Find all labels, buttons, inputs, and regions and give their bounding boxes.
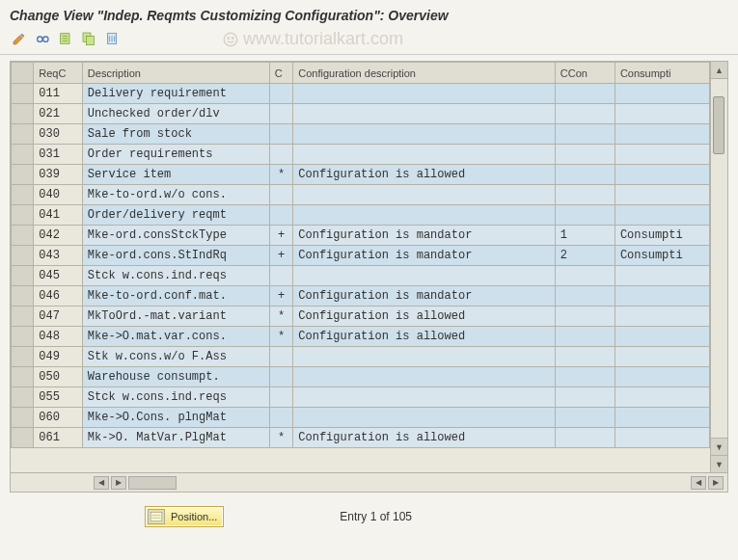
- cell-description[interactable]: MkToOrd.-mat.variant: [82, 307, 269, 327]
- cell-ccon[interactable]: [555, 428, 615, 448]
- hscroll-left2-button[interactable]: ◀: [691, 476, 706, 490]
- cell-config-desc[interactable]: [293, 84, 556, 104]
- row-selector[interactable]: [12, 327, 34, 347]
- cell-reqc[interactable]: 011: [34, 84, 83, 104]
- cell-reqc[interactable]: 030: [34, 124, 83, 145]
- cell-consumption[interactable]: [615, 387, 709, 408]
- row-selector[interactable]: [12, 286, 34, 307]
- cell-reqc[interactable]: 049: [34, 347, 83, 367]
- table-row[interactable]: 041Order/delivery reqmt: [12, 205, 710, 226]
- cell-ccon[interactable]: [555, 104, 615, 124]
- cell-reqc[interactable]: 046: [34, 286, 83, 307]
- cell-c-indicator[interactable]: [269, 408, 293, 428]
- table-row[interactable]: 039Service item*Configuration is allowed: [12, 165, 710, 185]
- cell-ccon[interactable]: [555, 266, 615, 286]
- scroll-page-down-button[interactable]: ▼: [711, 455, 727, 472]
- cell-ccon[interactable]: [555, 145, 615, 165]
- cell-description[interactable]: Service item: [82, 165, 269, 185]
- vertical-scrollbar[interactable]: ▲ ▼ ▼: [710, 62, 727, 472]
- cell-description[interactable]: Sale from stock: [82, 124, 269, 145]
- cell-ccon[interactable]: [555, 347, 615, 367]
- cell-ccon[interactable]: [555, 387, 615, 408]
- row-selector[interactable]: [12, 104, 34, 124]
- toggle-edit-button[interactable]: [10, 29, 29, 48]
- cell-reqc[interactable]: 045: [34, 266, 83, 286]
- table-row[interactable]: 050Warehouse consumpt.: [12, 367, 710, 387]
- cell-consumption[interactable]: [615, 428, 709, 448]
- cell-reqc[interactable]: 039: [34, 165, 83, 185]
- cell-c-indicator[interactable]: [269, 145, 293, 165]
- cell-reqc[interactable]: 055: [34, 387, 83, 408]
- table-row[interactable]: 049Stk w.cons.w/o F.Ass: [12, 347, 710, 367]
- position-button[interactable]: Position...: [145, 506, 224, 527]
- col-reqc[interactable]: ReqC: [34, 63, 83, 84]
- cell-c-indicator[interactable]: +: [269, 226, 293, 246]
- cell-config-desc[interactable]: [293, 185, 556, 205]
- cell-ccon[interactable]: 1: [555, 226, 615, 246]
- select-all-header[interactable]: [12, 63, 34, 84]
- other-view-button[interactable]: [33, 29, 52, 48]
- cell-c-indicator[interactable]: +: [269, 286, 293, 307]
- cell-description[interactable]: Order requirements: [82, 145, 269, 165]
- cell-consumption[interactable]: [615, 327, 709, 347]
- cell-config-desc[interactable]: [293, 367, 556, 387]
- row-selector[interactable]: [12, 226, 34, 246]
- cell-reqc[interactable]: 047: [34, 307, 83, 327]
- row-selector[interactable]: [12, 266, 34, 286]
- cell-ccon[interactable]: [555, 408, 615, 428]
- cell-c-indicator[interactable]: *: [269, 327, 293, 347]
- cell-description[interactable]: Order/delivery reqmt: [82, 205, 269, 226]
- table-row[interactable]: 011Delivery requirement: [12, 84, 710, 104]
- cell-config-desc[interactable]: [293, 266, 556, 286]
- cell-reqc[interactable]: 060: [34, 408, 83, 428]
- cell-c-indicator[interactable]: *: [269, 165, 293, 185]
- cell-ccon[interactable]: [555, 84, 615, 104]
- cell-description[interactable]: Stk w.cons.w/o F.Ass: [82, 347, 269, 367]
- table-row[interactable]: 031Order requirements: [12, 145, 710, 165]
- cell-config-desc[interactable]: [293, 104, 556, 124]
- table-row[interactable]: 060Mke->O.Cons. plngMat: [12, 408, 710, 428]
- cell-description[interactable]: Mke-to-ord.w/o cons.: [82, 185, 269, 205]
- cell-description[interactable]: Unchecked order/dlv: [82, 104, 269, 124]
- horizontal-scrollbar[interactable]: ◀ ▶ ◀ ▶: [11, 472, 727, 492]
- row-selector[interactable]: [12, 367, 34, 387]
- cell-consumption[interactable]: [615, 266, 709, 286]
- scroll-up-button[interactable]: ▲: [711, 62, 727, 79]
- cell-ccon[interactable]: [555, 327, 615, 347]
- cell-config-desc[interactable]: Configuration is allowed: [293, 428, 556, 448]
- table-row[interactable]: 045Stck w.cons.ind.reqs: [12, 266, 710, 286]
- hscroll-left-button[interactable]: ◀: [94, 476, 109, 490]
- row-selector[interactable]: [12, 347, 34, 367]
- cell-description[interactable]: Mk->O. MatVar.PlgMat: [82, 428, 269, 448]
- table-row[interactable]: 040Mke-to-ord.w/o cons.: [12, 185, 710, 205]
- copy-as-button[interactable]: [79, 29, 98, 48]
- cell-config-desc[interactable]: [293, 145, 556, 165]
- cell-config-desc[interactable]: [293, 205, 556, 226]
- cell-consumption[interactable]: [615, 408, 709, 428]
- cell-config-desc[interactable]: [293, 408, 556, 428]
- cell-config-desc[interactable]: Configuration is mandator: [293, 246, 556, 266]
- col-ccon[interactable]: CCon: [555, 63, 615, 84]
- cell-consumption[interactable]: [615, 347, 709, 367]
- cell-ccon[interactable]: [555, 367, 615, 387]
- row-selector[interactable]: [12, 124, 34, 145]
- cell-consumption[interactable]: [615, 367, 709, 387]
- cell-ccon[interactable]: [555, 185, 615, 205]
- row-selector[interactable]: [12, 307, 34, 327]
- cell-consumption[interactable]: Consumpti: [615, 226, 709, 246]
- new-entries-button[interactable]: [56, 29, 75, 48]
- table-row[interactable]: 061Mk->O. MatVar.PlgMat*Configuration is…: [12, 428, 710, 448]
- cell-config-desc[interactable]: Configuration is mandator: [293, 286, 556, 307]
- cell-description[interactable]: Mke-to-ord.conf.mat.: [82, 286, 269, 307]
- cell-c-indicator[interactable]: [269, 367, 293, 387]
- cell-ccon[interactable]: [555, 286, 615, 307]
- cell-ccon[interactable]: [555, 165, 615, 185]
- row-selector[interactable]: [12, 185, 34, 205]
- cell-reqc[interactable]: 050: [34, 367, 83, 387]
- col-description[interactable]: Description: [82, 63, 269, 84]
- cell-c-indicator[interactable]: [269, 185, 293, 205]
- cell-config-desc[interactable]: [293, 347, 556, 367]
- cell-ccon[interactable]: 2: [555, 246, 615, 266]
- cell-reqc[interactable]: 048: [34, 327, 83, 347]
- row-selector[interactable]: [12, 165, 34, 185]
